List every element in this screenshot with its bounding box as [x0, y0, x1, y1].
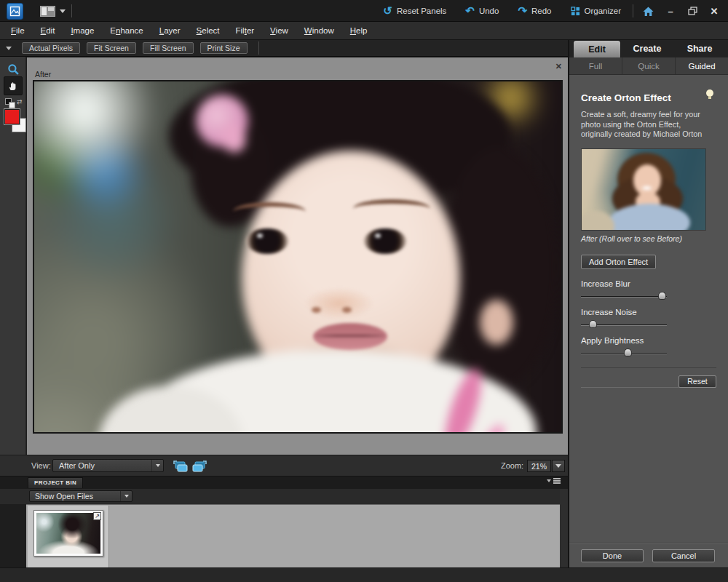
- redo-button[interactable]: ↷ Redo: [510, 4, 558, 18]
- view-label: View:: [31, 461, 51, 470]
- subtab-guided[interactable]: Guided: [675, 57, 728, 74]
- layout-switch-icon[interactable]: [40, 6, 55, 17]
- apply-brightness-label: Apply Brightness: [581, 336, 716, 345]
- menu-help[interactable]: Help: [342, 22, 376, 39]
- separator: [71, 4, 72, 17]
- rotate-left-button[interactable]: [172, 459, 189, 474]
- show-open-files-dropdown[interactable]: Show Open Files: [29, 490, 132, 502]
- menu-view[interactable]: View: [262, 22, 296, 39]
- project-bin-header: PROJECT BIN: [0, 477, 569, 489]
- document-window: After ✕: [27, 57, 568, 455]
- bin-filter-row: Show Open Files: [0, 489, 569, 504]
- subtab-quick[interactable]: Quick: [622, 57, 675, 74]
- zoom-value-field[interactable]: 21%: [527, 460, 551, 472]
- slider-thumb[interactable]: [624, 348, 632, 356]
- document-view-label: After: [35, 70, 51, 79]
- tab-edit[interactable]: Edit: [573, 40, 621, 57]
- undo-icon: ↶: [465, 7, 475, 15]
- swap-colors-icon[interactable]: ⇄: [17, 98, 23, 105]
- increase-blur-group: Increase Blur: [581, 279, 716, 298]
- photo-canvas[interactable]: [33, 80, 563, 434]
- photo-face-details: [33, 80, 563, 434]
- example-preview[interactable]: [581, 148, 706, 231]
- minimize-button[interactable]: –: [661, 4, 680, 18]
- rotate-right-button[interactable]: [191, 459, 208, 474]
- cancel-button[interactable]: Cancel: [652, 549, 715, 562]
- app-logo-icon[interactable]: [7, 3, 23, 20]
- example-caption: After (Roll over to see Before): [581, 234, 716, 243]
- view-mode-dropdown[interactable]: After Only: [52, 459, 164, 472]
- panel-description: Create a soft, dreamy feel for your phot…: [581, 110, 709, 140]
- panel-title: Create Orton Effect: [581, 92, 716, 103]
- tab-share[interactable]: Share: [673, 40, 726, 57]
- edit-mode-subtabs: Full Quick Guided: [569, 57, 728, 75]
- hand-icon: [7, 80, 19, 92]
- redo-icon: ↷: [518, 7, 527, 15]
- menu-window[interactable]: Window: [296, 22, 342, 39]
- separator: [258, 41, 259, 55]
- status-bar: View: After Only Zoom: 21%: [0, 455, 569, 477]
- menu-select[interactable]: Select: [189, 22, 228, 39]
- restore-button[interactable]: [683, 4, 702, 18]
- apply-brightness-slider[interactable]: [581, 353, 667, 354]
- menu-layer[interactable]: Layer: [151, 22, 189, 39]
- add-orton-effect-button[interactable]: Add Orton Effect: [581, 255, 656, 269]
- photo-glyph-icon: [9, 6, 20, 17]
- dropdown-caret-icon[interactable]: [120, 491, 132, 501]
- dropdown-caret-icon[interactable]: [151, 460, 163, 471]
- bin-panel-menu-icon[interactable]: [547, 479, 561, 482]
- print-size-button[interactable]: Print Size: [200, 42, 248, 54]
- slider-thumb[interactable]: [658, 292, 666, 300]
- reset-button[interactable]: Reset: [678, 375, 716, 388]
- fill-screen-button[interactable]: Fill Screen: [143, 42, 194, 54]
- organizer-button[interactable]: Organizer: [563, 4, 629, 19]
- home-icon: [642, 6, 654, 17]
- menu-image[interactable]: Image: [63, 22, 102, 39]
- home-button[interactable]: [638, 3, 659, 20]
- bin-thumbnail[interactable]: ↗: [33, 510, 103, 557]
- default-colors-icon[interactable]: [5, 98, 14, 107]
- increase-blur-label: Increase Blur: [581, 279, 716, 288]
- panel-tabs: Edit Create Share: [569, 40, 728, 57]
- task-panel: Edit Create Share Full Quick Guided Crea…: [569, 40, 728, 567]
- hand-tool-button[interactable]: [4, 76, 23, 95]
- fit-screen-button[interactable]: Fit Screen: [87, 42, 136, 54]
- menu-enhance[interactable]: Enhance: [102, 22, 151, 39]
- separator: [633, 4, 633, 17]
- menu-file[interactable]: File: [3, 22, 33, 39]
- project-bin-tab[interactable]: PROJECT BIN: [28, 477, 83, 488]
- undo-button[interactable]: ↶ Undo: [458, 4, 506, 18]
- foreground-color-swatch[interactable]: [4, 109, 20, 124]
- titlebar: ↺ Reset Panels ↶ Undo ↷ Redo Organizer: [0, 0, 728, 22]
- close-button[interactable]: ✕: [705, 4, 724, 18]
- options-bar: Actual Pixels Fit Screen Fill Screen Pri…: [0, 40, 569, 57]
- increase-noise-group: Increase Noise: [581, 308, 716, 326]
- increase-noise-slider[interactable]: [581, 324, 667, 326]
- reset-panels-button[interactable]: ↺ Reset Panels: [376, 4, 454, 18]
- open-document-badge-icon: ↗: [93, 512, 101, 520]
- guided-edit-panel: Create Orton Effect Create a soft, dream…: [569, 75, 728, 535]
- slider-thumb[interactable]: [589, 320, 597, 328]
- menu-edit[interactable]: Edit: [33, 22, 63, 39]
- panel-action-bar: Done Cancel: [569, 543, 728, 567]
- zoom-label: Zoom:: [501, 461, 523, 470]
- increase-blur-slider[interactable]: [581, 296, 667, 298]
- done-button[interactable]: Done: [581, 549, 644, 562]
- lightbulb-icon: [706, 89, 713, 97]
- reset-panels-icon: ↺: [383, 7, 392, 15]
- document-close-icon[interactable]: ✕: [555, 62, 562, 71]
- menu-filter[interactable]: Filter: [228, 22, 263, 39]
- restore-icon: [688, 7, 697, 15]
- magnifier-icon: [7, 63, 20, 76]
- zoom-dropdown-button[interactable]: [552, 460, 565, 472]
- organizer-grid-icon: [571, 7, 580, 16]
- rotate-left-icon: [172, 459, 189, 474]
- window-bottom-strip: [0, 567, 728, 582]
- tab-create[interactable]: Create: [623, 40, 671, 57]
- apply-brightness-group: Apply Brightness: [581, 336, 716, 354]
- layout-caret-icon[interactable]: [60, 9, 66, 13]
- subtab-full[interactable]: Full: [569, 57, 622, 74]
- bin-selected-tile[interactable]: ↗: [28, 506, 109, 567]
- actual-pixels-button[interactable]: Actual Pixels: [22, 42, 80, 54]
- options-caret-icon[interactable]: [6, 47, 12, 50]
